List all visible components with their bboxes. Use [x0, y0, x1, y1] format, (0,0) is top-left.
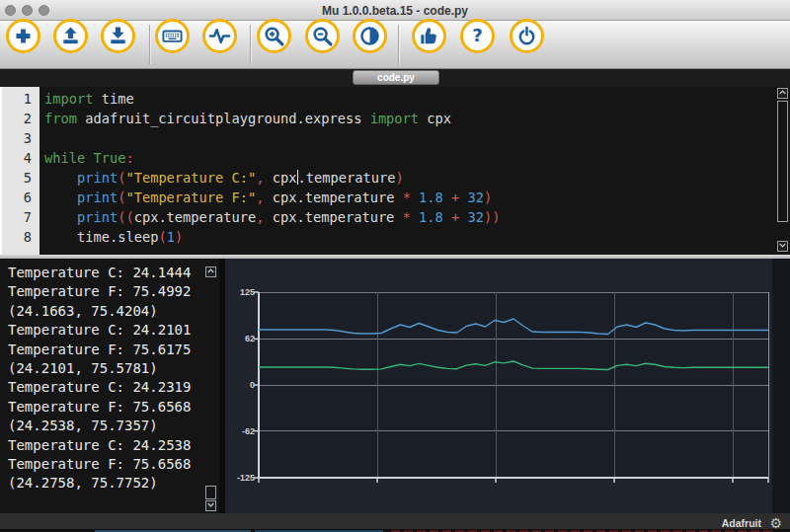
editor-scroll-down-button[interactable]	[777, 241, 788, 252]
toolbar-separator	[250, 25, 251, 64]
plotter-chart	[225, 259, 790, 513]
code-line: print("Temperature F:", cpx.temperature …	[44, 188, 501, 207]
console-scroll-down-button[interactable]	[205, 500, 216, 511]
plus-icon	[12, 25, 35, 47]
contrast-icon	[358, 25, 381, 47]
y-axis-label: 62	[227, 334, 255, 343]
new-button[interactable]	[6, 19, 40, 53]
console-line: Temperature F: 75.6568	[8, 398, 219, 417]
y-axis-label: 125	[227, 287, 255, 297]
y-axis-label: -62	[227, 426, 255, 436]
thumbs-up-icon	[418, 25, 440, 47]
console-line: (24.2758, 75.7752)	[8, 474, 219, 493]
line-number: 6	[2, 188, 40, 207]
editor-scrollbar-thumb[interactable]	[777, 101, 788, 222]
code-line: from adafruit_circuitplayground.express …	[44, 109, 501, 128]
console-scrollbar-thumb[interactable]	[205, 486, 216, 499]
code-text[interactable]: import timefrom adafruit_circuitplaygrou…	[44, 89, 501, 247]
console-line: (24.2101, 75.5781)	[8, 359, 219, 378]
toolbar-separator	[398, 25, 399, 64]
question-icon: ?	[466, 25, 489, 47]
console-line: Temperature F: 75.6568	[8, 455, 219, 474]
code-line	[44, 128, 501, 148]
power-icon	[515, 25, 538, 47]
line-number: 7	[2, 207, 40, 227]
console-scroll-up-button[interactable]	[205, 266, 216, 277]
console-line: Temperature F: 75.6175	[8, 341, 219, 359]
svg-text:?: ?	[472, 25, 483, 45]
adafruit-mode-label[interactable]: Adafruit	[722, 517, 761, 529]
load-button[interactable]	[53, 19, 88, 53]
line-number: 2	[2, 109, 40, 128]
console-line: Temperature C: 24.2538	[8, 436, 219, 455]
line-number: 5	[2, 168, 40, 188]
console-line: (24.2538, 75.7357)	[8, 417, 219, 435]
console-line: (24.1663, 75.4204)	[8, 302, 219, 321]
line-number: 4	[2, 148, 40, 168]
zoom-out-button[interactable]	[305, 19, 340, 53]
editor-scroll-up-button[interactable]	[777, 88, 788, 99]
repl-button[interactable]	[155, 19, 190, 53]
console-line: Temperature C: 24.2319	[8, 378, 219, 397]
window-title: Mu 1.0.0.beta.15 - code.py	[0, 4, 790, 18]
y-axis-label: 0	[227, 380, 255, 390]
tab-code-py[interactable]: code.py	[353, 70, 439, 85]
toolbar-separator	[149, 25, 150, 64]
line-number: 3	[2, 128, 40, 148]
code-editor[interactable]: 12345678 import timefrom adafruit_circui…	[0, 87, 790, 255]
y-axis-label: -125	[227, 473, 255, 483]
code-line: print("Temperature C:", cpx.temperature)	[44, 168, 501, 188]
title-bar: Mu 1.0.0.beta.15 - code.py	[0, 0, 790, 21]
serial-console[interactable]: Temperature C: 24.1444Temperature F: 75.…	[0, 259, 219, 513]
line-number: 8	[2, 227, 40, 247]
console-line: Temperature C: 24.1444	[8, 264, 219, 282]
console-line: Temperature F: 75.4992	[8, 282, 219, 301]
code-line: while True:	[44, 148, 501, 168]
plotter-button[interactable]	[202, 19, 237, 53]
toolbar: ?	[0, 21, 790, 69]
code-line: import time	[44, 89, 501, 109]
upload-arrow-icon	[59, 25, 82, 47]
line-number: 1	[2, 89, 40, 109]
console-line: Temperature C: 24.2101	[8, 321, 219, 340]
help-button[interactable]: ?	[460, 19, 495, 53]
magnifier-plus-icon	[263, 25, 285, 47]
theme-button[interactable]	[353, 19, 387, 53]
check-button[interactable]	[412, 19, 446, 53]
zoom-in-button[interactable]	[257, 19, 291, 53]
keyboard-icon	[161, 25, 184, 47]
quit-button[interactable]	[510, 19, 544, 53]
save-button[interactable]	[101, 19, 135, 53]
line-number-gutter: 12345678	[0, 87, 40, 255]
code-line: print((cpx.temperature, cpx.temperature …	[44, 207, 501, 227]
code-line: time.sleep(1)	[44, 227, 501, 247]
tab-strip: code.py	[0, 69, 790, 87]
plotter-panel: 125620-62-125	[225, 259, 790, 513]
download-arrow-icon	[107, 25, 129, 47]
waveform-icon	[208, 25, 231, 47]
magnifier-minus-icon	[311, 25, 334, 47]
